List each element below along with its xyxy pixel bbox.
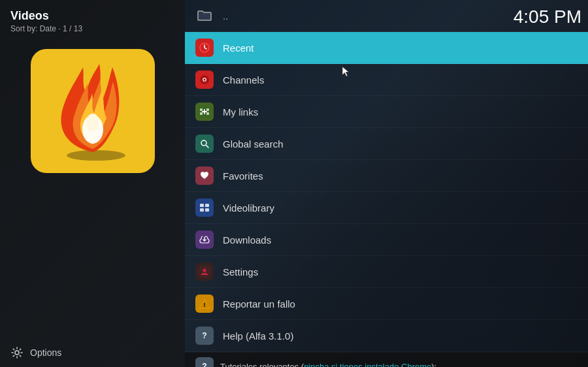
menu-item-help-label: Help (Alfa 3.1.0): [223, 330, 293, 342]
clock: 4:05 PM: [514, 7, 581, 27]
menu-list: Recent Channels: [185, 32, 588, 367]
svg-rect-20: [205, 208, 209, 212]
menu-item-mylinks[interactable]: My links: [185, 96, 588, 128]
menu-item-videolibrary[interactable]: Videolibrary: [185, 192, 588, 224]
flame-icon: [50, 61, 135, 162]
videolibrary-icon: [195, 199, 214, 217]
favorites-icon: [195, 167, 214, 185]
tutorials-link[interactable]: pincha si tienes instalado Chrome: [304, 362, 431, 368]
main-content: .. Recent Channels: [185, 0, 588, 367]
menu-item-reportar-label: Reportar un fallo: [223, 298, 295, 310]
back-folder-icon: [195, 7, 214, 25]
menu-item-help[interactable]: ? Help (Alfa 3.1.0): [185, 320, 588, 352]
svg-point-3: [15, 351, 19, 355]
menu-item-downloads-label: Downloads: [223, 234, 271, 246]
svg-text:?: ?: [202, 331, 206, 340]
menu-item-reportar[interactable]: ! Reportar un fallo: [185, 288, 588, 320]
menu-item-recent[interactable]: Recent: [185, 32, 588, 64]
svg-point-23: [203, 269, 206, 272]
back-label: ..: [223, 10, 228, 22]
recent-icon: [195, 39, 214, 57]
tutorials-text: Tutoriales relevantes (pincha si tienes …: [220, 362, 436, 368]
svg-rect-9: [200, 108, 203, 111]
menu-item-settings[interactable]: Settings: [185, 256, 588, 288]
svg-point-0: [67, 150, 125, 161]
menu-item-favorites-label: Favorites: [223, 170, 263, 182]
svg-text:?: ?: [202, 362, 206, 367]
gear-icon: [10, 346, 24, 359]
menu-item-globalsearch[interactable]: Global search: [185, 128, 588, 160]
menu-item-channels-label: Channels: [223, 74, 264, 86]
menu-item-downloads[interactable]: Downloads: [185, 224, 588, 256]
mylinks-icon: [195, 103, 214, 121]
settings-icon: [195, 263, 214, 281]
globalsearch-icon: [195, 135, 214, 153]
sidebar-header: Videos Sort by: Date · 1 / 13: [0, 0, 185, 36]
svg-rect-17: [200, 204, 204, 207]
channels-icon: [195, 71, 214, 89]
addon-thumbnail: [31, 49, 155, 173]
options-label: Options: [30, 347, 61, 358]
help-icon: ?: [195, 327, 214, 345]
reportar-icon: !: [195, 295, 214, 313]
sidebar-title: Videos: [10, 9, 174, 23]
menu-item-favorites[interactable]: Favorites: [185, 160, 588, 192]
svg-rect-16: [199, 202, 210, 214]
menu-item-settings-label: Settings: [223, 266, 258, 278]
menu-item-channels[interactable]: Channels: [185, 64, 588, 96]
svg-rect-12: [206, 112, 209, 115]
tutorials-item: ? Tutoriales relevantes (pincha si tiene…: [185, 352, 588, 367]
tutorials-icon: ?: [195, 357, 214, 367]
menu-item-globalsearch-label: Global search: [223, 138, 284, 150]
svg-rect-18: [205, 204, 209, 207]
svg-rect-19: [200, 208, 204, 212]
svg-point-2: [86, 114, 99, 132]
downloads-icon: [195, 231, 214, 249]
svg-rect-10: [200, 112, 203, 115]
svg-point-7: [204, 79, 206, 81]
sidebar-subtitle: Sort by: Date · 1 / 13: [10, 24, 174, 33]
svg-rect-11: [206, 108, 209, 111]
sidebar: Videos Sort by: Date · 1 / 13 Options: [0, 0, 185, 367]
menu-item-videolibrary-label: Videolibrary: [223, 202, 274, 214]
menu-item-recent-label: Recent: [223, 42, 254, 54]
options-button[interactable]: Options: [0, 338, 185, 367]
menu-item-mylinks-label: My links: [223, 106, 258, 118]
svg-text:!: !: [204, 302, 206, 308]
